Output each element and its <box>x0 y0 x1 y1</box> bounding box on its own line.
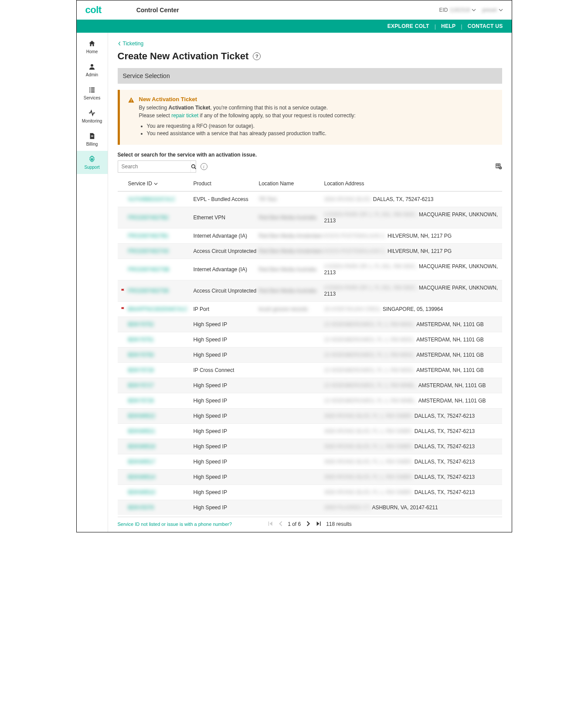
sidebar-item-admin[interactable]: Admin <box>77 58 108 82</box>
sidebar-item-support[interactable]: Support <box>77 151 108 174</box>
service-id-cell[interactable]: BDKW8510 <box>128 489 194 495</box>
service-id-cell[interactable]: BDKY5728 <box>128 367 194 373</box>
svg-rect-7 <box>91 136 93 136</box>
svg-point-0 <box>91 64 93 67</box>
repair-ticket-link[interactable]: repair ticket <box>171 112 198 119</box>
sidebar-item-label: Billing <box>86 142 98 147</box>
table-row[interactable]: FRO20074027B1Internet Advantage (IA)Red … <box>118 228 502 243</box>
sidebar-item-home[interactable]: Home <box>77 35 108 58</box>
service-id-cell[interactable]: BN/AFFN/1302034/CVLC <box>128 306 194 312</box>
service-id-cell[interactable]: BDKY5752 <box>128 321 194 327</box>
service-id-cell[interactable]: BDKY5750 <box>128 352 194 358</box>
svg-rect-3 <box>89 89 90 90</box>
svg-rect-2 <box>91 88 95 89</box>
table-row[interactable]: BDKY5750High Speed IP22 KEIENBERGWEG, FL… <box>118 347 502 362</box>
product-cell: IP Cross Connect <box>194 367 259 373</box>
product-cell: High Speed IP <box>194 413 259 419</box>
alert-line2: Please select repair ticket if any of th… <box>139 112 356 119</box>
nav-contact[interactable]: CONTACT US <box>468 23 503 29</box>
last-page-icon <box>316 521 321 526</box>
service-id-cell[interactable]: BDKY5727 <box>128 382 194 389</box>
pager-last[interactable] <box>316 521 321 528</box>
product-cell: Internet Advantage (IA) <box>194 233 259 239</box>
location-name-cell: Red Bee Media Amsterdam <box>259 233 324 239</box>
activity-icon <box>88 109 96 117</box>
service-id-cell[interactable]: BDKW8521 <box>128 428 194 434</box>
table-row[interactable]: BDKY5726High Speed IP22 KEIENBERGWEG, FL… <box>118 393 502 408</box>
location-address-cell: 20 AYER RAJAH CRES,SINGAPORE, 05, 139964 <box>324 306 502 312</box>
table-row[interactable]: BDKY5752High Speed IP22 KEIENBERGWEG, FL… <box>118 317 502 332</box>
eid-selector[interactable]: EID 1182318 <box>439 7 476 13</box>
table-row[interactable]: BDKW8510High Speed IP3000 IRVING BLVD, F… <box>118 484 502 500</box>
table-row[interactable]: VLFX/888102/CVLCEVPL - Bundled AccessTR … <box>118 191 502 207</box>
location-address-cell: 3000 IRVING BLVD, FL 1, RM OMBR,DALLAS, … <box>324 489 502 495</box>
service-id-cell[interactable]: FRO20074027S6 <box>128 288 194 294</box>
location-address-cell: 22 KEIENBERGWEG, FL 1, RM MMBL,AMSTERDAM… <box>324 398 502 404</box>
table-row[interactable]: BDKY5751High Speed IP22 KEIENBERGWEG, FL… <box>118 332 502 347</box>
table-row[interactable]: BDKW8518High Speed IP3000 IRVING BLVD, F… <box>118 439 502 454</box>
service-id-cell[interactable]: FRO20074027A0 <box>128 248 194 254</box>
table-row[interactable]: BN/AFFN/1302034/CVLCIP Portkrush groove … <box>118 301 502 317</box>
table-row[interactable]: BDKW8517High Speed IP3000 IRVING BLVD, F… <box>118 454 502 469</box>
activation-alert: New Activation Ticket By selecting Activ… <box>118 90 502 145</box>
col-location-address[interactable]: Location Address <box>324 181 502 187</box>
service-id-cell[interactable]: BDKY5726 <box>128 398 194 404</box>
sidebar-item-monitoring[interactable]: Monitoring <box>77 105 108 128</box>
search-button[interactable] <box>190 161 197 172</box>
svg-rect-5 <box>89 92 90 92</box>
pager-first[interactable] <box>268 521 273 528</box>
table-row[interactable]: FRO20074027B2Ethernet VPNRed Bee Media A… <box>118 207 502 228</box>
service-id-cell[interactable]: FRO20074027SB <box>128 266 194 273</box>
pager: 1 of 6 118 results <box>268 521 352 528</box>
help-icon[interactable]: ? <box>253 52 261 60</box>
table-row[interactable]: FRO20074027SBInternet Advantage (IA)Red … <box>118 259 502 280</box>
pager-prev[interactable] <box>278 521 282 528</box>
table-row[interactable]: FRO20074027S6Access Circuit UnprotectedR… <box>118 280 502 301</box>
product-cell: High Speed IP <box>194 459 259 465</box>
column-settings-button[interactable] <box>495 163 502 171</box>
section-header: Service Selection <box>118 68 502 84</box>
table-row[interactable]: BDKV5378High Speed IP2809 FILIGREE CT,AS… <box>118 500 502 515</box>
user-selector[interactable]: preset <box>482 7 503 13</box>
service-id-cell[interactable]: FRO20074027B1 <box>128 233 194 239</box>
flag-icon <box>120 288 126 293</box>
product-cell: High Speed IP <box>194 337 259 343</box>
nav-help[interactable]: HELP <box>441 23 455 29</box>
breadcrumb[interactable]: Ticketing <box>118 41 144 47</box>
breadcrumb-label: Ticketing <box>123 41 144 47</box>
eid-value: 1182318 <box>449 7 470 13</box>
secondary-nav: EXPLORE COLT | HELP | CONTACT US <box>77 20 512 33</box>
col-location-name[interactable]: Location Name <box>259 181 324 187</box>
location-address-cell: 3000 IRVING BLVD, FL 1, RM OMBR,DALLAS, … <box>324 443 502 450</box>
service-id-cell[interactable]: VLFX/888102/CVLC <box>128 196 194 202</box>
sidebar-item-services[interactable]: Services <box>77 82 108 105</box>
service-id-cell[interactable]: BDKW8522 <box>128 413 194 419</box>
table-row[interactable]: BDKY5728IP Cross Connect22 KEIENBERGWEG,… <box>118 362 502 378</box>
pager-next[interactable] <box>306 521 310 528</box>
location-address-cell: 3004 IRVING BLVD,DALLAS, TX, 75247-6213 <box>324 196 502 202</box>
sidebar-item-billing[interactable]: Billing <box>77 128 108 151</box>
alert-bullet: You need assistance with a service that … <box>147 130 494 136</box>
service-id-cell[interactable]: BDKY5751 <box>128 337 194 343</box>
location-address-cell: 3000 IRVING BLVD, FL 1, RM OMBR,DALLAS, … <box>324 413 502 419</box>
table-row[interactable]: BDKW8522High Speed IP3000 IRVING BLVD, F… <box>118 408 502 423</box>
col-product[interactable]: Product <box>194 181 259 187</box>
table-row[interactable]: BDKY5727High Speed IP22 KEIENBERGWEG, FL… <box>118 378 502 393</box>
table-row[interactable]: FRO20074027A0Access Circuit UnprotectedR… <box>118 243 502 259</box>
sidebar-item-label: Support <box>84 165 99 170</box>
service-id-cell[interactable]: BDKW8518 <box>128 443 194 450</box>
col-service-id[interactable]: Service ID <box>128 181 194 187</box>
service-not-listed-link[interactable]: Service ID not listed or issue is with a… <box>118 522 232 527</box>
table-row[interactable]: BDKW8514High Speed IP3000 IRVING BLVD, F… <box>118 469 502 484</box>
service-id-cell[interactable]: FRO20074027B2 <box>128 215 194 221</box>
service-id-cell[interactable]: BDKW8517 <box>128 459 194 465</box>
flag-cell <box>118 307 128 312</box>
nav-explore[interactable]: EXPLORE COLT <box>387 23 429 29</box>
location-address-cell: 22 KEIENBERGWEG, FL 1, RM M002,AMSTERDAM… <box>324 352 502 358</box>
search-input[interactable] <box>118 161 190 172</box>
info-icon[interactable]: i <box>201 163 207 170</box>
product-cell: High Speed IP <box>194 352 259 358</box>
service-id-cell[interactable]: BDKW8514 <box>128 474 194 480</box>
table-row[interactable]: BDKW8521High Speed IP3000 IRVING BLVD, F… <box>118 423 502 439</box>
service-id-cell[interactable]: BDKV5378 <box>128 504 194 511</box>
